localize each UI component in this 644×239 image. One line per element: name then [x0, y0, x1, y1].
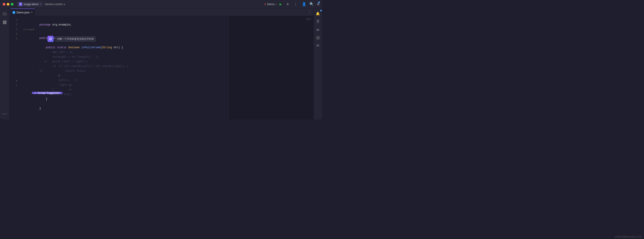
- line-num-7: [10, 46, 20, 51]
- code-line-3: public class Demo {: [20, 31, 228, 36]
- ghost-line-8: right--; ^9: [20, 78, 228, 83]
- line-num-7-real: 7: [10, 84, 20, 88]
- tab-label: Demo.java: [16, 11, 29, 14]
- version-control-chevron-icon: ∨: [63, 3, 65, 6]
- left-sidebar: •••: [0, 8, 10, 119]
- titlebar-right: ✕ Demo ∨ ▶ ⚙ ⋮ 👤 🔍 ⚙: [264, 2, 319, 6]
- svg-point-4: [50, 38, 52, 40]
- more-options-button[interactable]: ⋮: [294, 2, 298, 6]
- off-label: OFF: [306, 18, 311, 20]
- right-sidebar: 🔔 🗄 m: [314, 8, 322, 119]
- database-sidebar-icon[interactable]: 🗄: [314, 18, 321, 25]
- editor-area: J Demo.java ✕ ⋮ 1 2 3 4 5: [10, 8, 314, 119]
- ghost-line-9: }: [20, 83, 228, 88]
- project-name: tongyi-demo: [24, 3, 38, 6]
- line-num-2: 2: [10, 22, 20, 27]
- run-config-name[interactable]: ✕ Demo ∨: [264, 3, 277, 6]
- line-num-6-real: 6: [10, 79, 20, 84]
- run-config-x-icon: ✕: [264, 3, 266, 6]
- run-config: ✕ Demo ∨: [264, 3, 277, 6]
- line-num-11: [10, 65, 20, 69]
- structure-icon[interactable]: [1, 19, 8, 26]
- code-editor: 1 2 3 4 5 6 7 package org.exa: [10, 16, 314, 119]
- analytics-sidebar-icon[interactable]: [314, 42, 321, 49]
- no-usages-label: no usages: [20, 27, 228, 31]
- version-control-label: Version control: [45, 3, 62, 6]
- debug-button[interactable]: ⚙: [287, 2, 291, 6]
- ghost-line-2: int right = str.length() - 1; ^3: [20, 50, 228, 55]
- line-num-4: 4: [10, 32, 20, 37]
- font-sidebar-icon[interactable]: m: [314, 26, 321, 33]
- line-num-3: 3: [10, 27, 20, 32]
- right-panel: OFF: [228, 16, 314, 119]
- line-numbers: 1 2 3 4 5 6 7: [10, 16, 20, 119]
- titlebar: T tongyi-demo ∨ Version control ∨ ✕ Demo…: [0, 0, 322, 8]
- notification-dot: [318, 1, 320, 3]
- traffic-lights: [3, 3, 14, 5]
- ghost-line-3: while (left < right) { ^4: [20, 55, 228, 59]
- tab-close-icon[interactable]: ✕: [31, 11, 33, 14]
- ai-icon: [48, 36, 54, 42]
- line-num-8: [10, 51, 20, 55]
- ai-tooltip: 判断一个字符串是否为回文字符串: [48, 36, 96, 42]
- svg-rect-1: [5, 21, 6, 22]
- ghost-line-6: } ^7: [20, 69, 228, 73]
- main-layout: ••• J Demo.java ✕ ⋮ 1 2 3 4 5: [0, 8, 322, 119]
- accept-suggestion-button[interactable]: ↵ Accept Suggestion: [32, 92, 62, 94]
- code-line-7: }: [20, 102, 228, 106]
- run-button[interactable]: ▶: [280, 2, 284, 6]
- project-icon: T: [19, 2, 22, 6]
- ghost-line-7: left++; ^8: [20, 73, 228, 78]
- sidebar-notification-dot: [320, 10, 322, 11]
- line-num-5: 5: [10, 37, 20, 41]
- line-num-13: [10, 74, 20, 79]
- svg-rect-0: [3, 21, 4, 22]
- notification-sidebar-icon[interactable]: 🔔: [314, 10, 321, 17]
- minimize-button[interactable]: [7, 3, 10, 5]
- svg-rect-3: [5, 23, 6, 24]
- line-num-12: [10, 69, 20, 74]
- line-num-10: [10, 60, 20, 65]
- accept-arrow-icon: ↵: [34, 91, 36, 95]
- line-num-6: [10, 41, 20, 46]
- ghost-line-5: return false; ^6: [20, 64, 228, 69]
- search-icon[interactable]: 🔍: [310, 2, 314, 6]
- tab-java-icon: J: [12, 11, 15, 14]
- svg-rect-2: [3, 23, 4, 24]
- ghost-line-4: if (str.charAt(left)!= str.charAt(right)…: [20, 59, 228, 64]
- titlebar-actions: 👤 🔍 ⚙: [302, 2, 319, 6]
- ai-sidebar-icon[interactable]: [314, 34, 321, 41]
- project-chevron-icon: ∨: [40, 3, 41, 5]
- close-button[interactable]: [3, 3, 5, 5]
- folder-icon[interactable]: [1, 10, 8, 17]
- code-line-1: package org.example;: [20, 18, 228, 22]
- tab-demo-java[interactable]: J Demo.java ✕: [10, 8, 35, 16]
- settings-icon[interactable]: ⚙: [317, 2, 319, 6]
- ghost-line-1: int left = 0; ^2: [20, 45, 228, 50]
- maximize-button[interactable]: [11, 3, 14, 5]
- code-line-2: [20, 22, 228, 27]
- code-line-6: } ↵ Accept Suggestion: [20, 92, 228, 97]
- profile-icon[interactable]: 👤: [302, 2, 306, 6]
- run-config-chevron-icon: ∨: [275, 3, 277, 5]
- version-control-selector[interactable]: Version control ∨: [45, 3, 65, 6]
- tab-bar: J Demo.java ✕ ⋮: [10, 8, 314, 16]
- line-num-9: [10, 55, 20, 60]
- ai-comment-bubble: 判断一个字符串是否为回文字符串: [55, 36, 96, 41]
- accept-suggestion-label: Accept Suggestion: [38, 91, 60, 95]
- project-selector[interactable]: T tongyi-demo ∨: [17, 2, 43, 7]
- code-content[interactable]: package org.example; no usages public cl…: [20, 16, 228, 119]
- tab-menu-button[interactable]: ⋮: [306, 10, 312, 14]
- run-config-label: Demo: [267, 3, 274, 6]
- line-num-1: 1: [10, 18, 20, 22]
- more-sidebar-icon[interactable]: •••: [2, 112, 8, 116]
